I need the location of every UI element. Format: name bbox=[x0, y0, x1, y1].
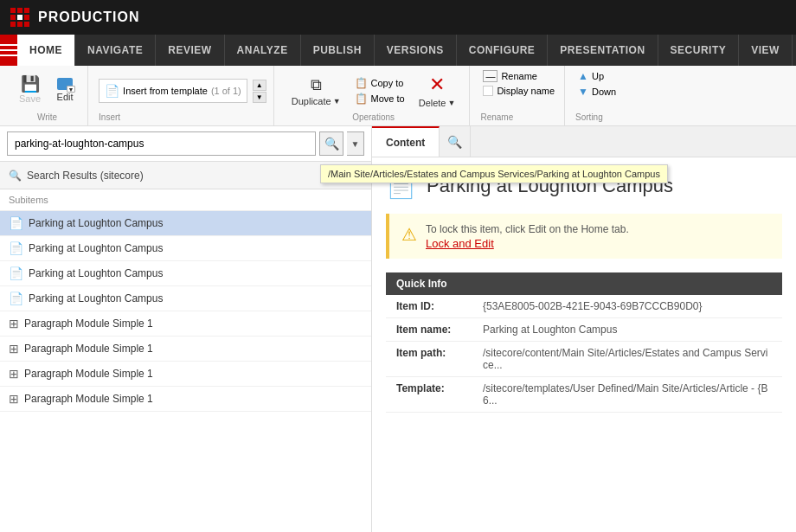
menu-versions[interactable]: VERSIONS bbox=[375, 35, 457, 66]
insert-template-box[interactable]: 📄 Insert from template (1 of 1) bbox=[99, 79, 247, 103]
field-label: Item name: bbox=[386, 318, 472, 342]
ribbon-sorting-group: ▲ Up ▼ Down Sorting bbox=[568, 66, 626, 125]
menu-review[interactable]: REVIEW bbox=[156, 35, 224, 66]
result-item-text: Parking at Loughton Campus bbox=[29, 292, 363, 304]
result-item-text: Paragraph Module Simple 1 bbox=[24, 393, 363, 405]
grid-icon: ⊞ bbox=[9, 392, 19, 406]
table-row: Template: /sitecore/templates/User Defin… bbox=[386, 377, 782, 413]
app-logo bbox=[10, 8, 29, 27]
menu-presentation[interactable]: PRESENTATION bbox=[548, 35, 658, 66]
rename-top: — Rename Display name bbox=[480, 69, 557, 112]
top-bar: PRODUCTION bbox=[0, 0, 796, 35]
doc-icon: 📄 bbox=[9, 292, 23, 305]
menu-home[interactable]: HOME bbox=[17, 35, 75, 66]
ribbon-operations-group: ⧉ Duplicate ▼ 📋 Copy to 📋 Move to ✕ bbox=[278, 66, 471, 125]
duplicate-button[interactable]: ⧉ Duplicate ▼ bbox=[285, 74, 348, 108]
sort-down-button[interactable]: ▼ Down bbox=[575, 85, 619, 99]
field-label: Item ID: bbox=[386, 295, 472, 318]
save-icon: 💾 bbox=[21, 76, 40, 92]
path-tooltip: /Main Site/Articles/Estates and Campus S… bbox=[320, 164, 668, 183]
quick-info-table: Item ID: {53AE8005-002B-421E-9043-69B7CC… bbox=[386, 295, 782, 413]
display-name-button[interactable]: Display name bbox=[480, 85, 557, 97]
field-value: /sitecore/templates/User Defined/Main Si… bbox=[472, 377, 782, 413]
result-item-text: Paragraph Module Simple 1 bbox=[24, 317, 363, 330]
list-item[interactable]: ⊞ Paragraph Module Simple 1 bbox=[0, 362, 371, 387]
page-info: (1 of 1) bbox=[211, 86, 241, 96]
list-item[interactable]: 📄 Parking at Loughton Campus bbox=[0, 236, 371, 261]
field-value: {53AE8005-002B-421E-9043-69B7CCCB90D0} bbox=[472, 295, 782, 318]
insert-group-label: Insert bbox=[99, 112, 266, 122]
doc-icon: 📄 bbox=[9, 241, 23, 255]
menu-view[interactable]: VIEW bbox=[739, 35, 793, 66]
result-item-text: Parking at Loughton Campus bbox=[29, 267, 363, 279]
sort-up-button[interactable]: ▲ Up bbox=[575, 69, 619, 83]
down-label: Down bbox=[592, 87, 616, 97]
insert-top: 📄 Insert from template (1 of 1) ▲ ▼ bbox=[99, 69, 266, 112]
search-dropdown-button[interactable]: ▼ bbox=[347, 131, 364, 156]
warning-icon: ⚠ bbox=[401, 224, 417, 245]
search-results-title: 🔍 Search Results (sitecore) bbox=[9, 170, 144, 182]
rename-button[interactable]: — Rename bbox=[480, 69, 557, 83]
result-item-text: Paragraph Module Simple 1 bbox=[24, 368, 363, 380]
menu-navigate[interactable]: NAVIGATE bbox=[75, 35, 156, 66]
display-name-checkbox[interactable] bbox=[483, 86, 493, 96]
search-input[interactable] bbox=[7, 131, 316, 156]
rename-buttons: — Rename Display name bbox=[480, 69, 557, 97]
save-label: Save bbox=[19, 93, 41, 104]
quick-info-header: Quick Info bbox=[386, 272, 782, 295]
table-row: Item ID: {53AE8005-002B-421E-9043-69B7CC… bbox=[386, 295, 782, 318]
list-item[interactable]: 📄 Parking at Loughton Campus bbox=[0, 211, 371, 236]
subitems-label: Subitems bbox=[0, 189, 371, 211]
left-panel: 🔍 ▼ 🔍 Search Results (sitecore) ✕ Subite… bbox=[0, 126, 372, 532]
ops-sub-buttons: 📋 Copy to 📋 Move to bbox=[351, 76, 408, 106]
duplicate-label: Duplicate bbox=[292, 96, 331, 106]
copy-to-button[interactable]: 📋 Copy to bbox=[351, 76, 408, 90]
lock-and-edit-link[interactable]: Lock and Edit bbox=[426, 237, 629, 250]
write-group-label: Write bbox=[37, 112, 57, 122]
menu-security[interactable]: SECURITY bbox=[658, 35, 740, 66]
save-button[interactable]: 💾 Save bbox=[14, 73, 46, 107]
rename-group-label: Rename bbox=[480, 112, 557, 122]
list-item[interactable]: 📄 Parking at Loughton Campus bbox=[0, 286, 371, 311]
hamburger-button[interactable] bbox=[0, 35, 17, 66]
edit-button[interactable]: ▼ Edit bbox=[49, 74, 80, 106]
insert-template-label: Insert from template bbox=[123, 86, 208, 96]
lock-notice: ⚠ To lock this item, click Edit on the H… bbox=[386, 214, 782, 259]
list-item[interactable]: ⊞ Paragraph Module Simple 1 bbox=[0, 311, 371, 337]
tab-search[interactable]: 🔍 bbox=[440, 126, 471, 157]
menu-configure[interactable]: CONFIGURE bbox=[457, 35, 549, 66]
ribbon-rename-group: — Rename Display name Rename bbox=[473, 66, 565, 125]
sorting-group-label: Sorting bbox=[575, 112, 619, 122]
sorting-buttons: ▲ Up ▼ Down bbox=[575, 69, 619, 112]
up-label: Up bbox=[592, 71, 604, 81]
scroll-up-button[interactable]: ▲ bbox=[253, 80, 266, 91]
edit-label: Edit bbox=[57, 92, 74, 102]
list-item[interactable]: 📄 Parking at Loughton Campus bbox=[0, 261, 371, 286]
menu-analyze[interactable]: ANALYZE bbox=[225, 35, 301, 66]
search-button[interactable]: 🔍 bbox=[319, 131, 343, 156]
grid-icon: ⊞ bbox=[9, 317, 19, 330]
search-results-label: Search Results (sitecore) bbox=[27, 170, 144, 182]
ribbon-write-group: 💾 Save ▼ Edit Write bbox=[7, 66, 88, 125]
menu-myto[interactable]: MY TO bbox=[793, 35, 796, 66]
display-name-label: Display name bbox=[497, 86, 555, 96]
list-item[interactable]: ⊞ Paragraph Module Simple 1 bbox=[0, 337, 371, 362]
scroll-down-button[interactable]: ▼ bbox=[253, 92, 266, 103]
delete-button[interactable]: ✕ Delete ▼ bbox=[412, 72, 463, 110]
ribbon-insert-group: 📄 Insert from template (1 of 1) ▲ ▼ Inse… bbox=[92, 66, 274, 125]
move-to-label: Move to bbox=[371, 93, 405, 104]
move-to-button[interactable]: 📋 Move to bbox=[351, 92, 408, 106]
table-row: Item path: /sitecore/content/Main Site/A… bbox=[386, 342, 782, 377]
menu-publish[interactable]: PUBLISH bbox=[301, 35, 375, 66]
field-value: /sitecore/content/Main Site/Articles/Est… bbox=[472, 342, 782, 377]
copy-to-label: Copy to bbox=[371, 78, 404, 88]
table-row: Item name: Parking at Loughton Campus bbox=[386, 318, 782, 342]
write-buttons: 💾 Save ▼ Edit bbox=[14, 69, 80, 111]
rename-label: Rename bbox=[501, 71, 537, 81]
content-tabs: Content 🔍 bbox=[372, 126, 796, 157]
field-label: Template: bbox=[386, 377, 472, 413]
list-item[interactable]: ⊞ Paragraph Module Simple 1 bbox=[0, 387, 371, 412]
result-item-text: Paragraph Module Simple 1 bbox=[24, 343, 363, 355]
ribbon: 💾 Save ▼ Edit Write 📄 Insert fro bbox=[0, 66, 796, 126]
tab-content[interactable]: Content bbox=[372, 126, 440, 157]
